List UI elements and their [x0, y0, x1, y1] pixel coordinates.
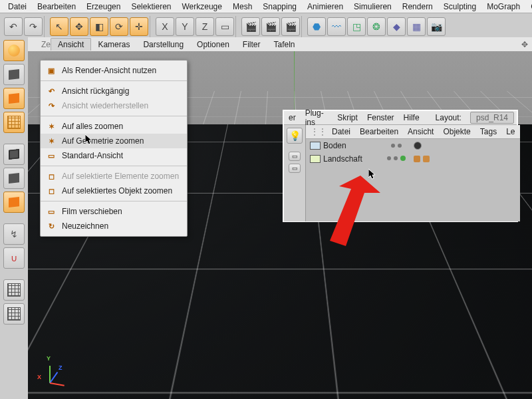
object-tags[interactable]: [410, 156, 520, 162]
object-tree[interactable]: BodenLandschaft: [306, 139, 520, 221]
grip-icon[interactable]: ⋮⋮: [306, 126, 327, 137]
select-tool-button[interactable]: ↖: [50, 17, 68, 36]
vp-menu-optionen[interactable]: Optionen: [190, 39, 236, 51]
panel-small-icon-2[interactable]: ▭: [289, 164, 301, 173]
menu-werkzeuge[interactable]: Werkzeuge: [176, 1, 227, 12]
redo-button[interactable]: ↷: [24, 17, 43, 36]
dd-item-selel: ◻Auf selektierte Elemente zoomen: [41, 169, 187, 184]
panel-small-icon-1[interactable]: ▭: [289, 152, 301, 161]
add-deformer-button[interactable]: ◆: [387, 17, 406, 36]
vp-menu-darstellung[interactable]: Darstellung: [136, 39, 190, 51]
menu-rendern[interactable]: Rendern: [397, 1, 438, 12]
dd-item-selobj[interactable]: ◻Auf selektiertes Objekt zoomen: [41, 184, 187, 198]
add-primitive-button[interactable]: ⬣: [307, 17, 326, 36]
phong-tag-icon[interactable]: [414, 156, 420, 162]
magnet-icon: ∪: [11, 253, 17, 263]
dd-item-label: Auf selektierte Elemente zoomen: [62, 172, 179, 181]
workplane-button[interactable]: [3, 112, 25, 133]
menu-bearbeiten[interactable]: Bearbeiten: [32, 1, 81, 12]
add-generator-button[interactable]: ◳: [347, 17, 366, 36]
menu-simulieren[interactable]: Simulieren: [348, 1, 397, 12]
om-menu-ansicht[interactable]: Ansicht: [403, 126, 438, 137]
render-settings-button[interactable]: 🎬: [281, 17, 300, 36]
dd-item-std[interactable]: ▭Standard-Ansicht: [41, 148, 187, 163]
om-menu-datei[interactable]: Datei: [327, 126, 355, 137]
panel-menu-skript[interactable]: Skript: [332, 112, 362, 123]
viewport-nav-icon[interactable]: ✥: [517, 40, 532, 49]
om-menu-bearbeiten[interactable]: Bearbeiten: [355, 126, 403, 137]
vp-menu-tafeln[interactable]: Tafeln: [267, 39, 301, 51]
object-tags[interactable]: [410, 142, 520, 150]
menu-snapping[interactable]: Snapping: [257, 1, 302, 12]
panel-menu-fenster[interactable]: Fenster: [362, 112, 399, 123]
selobj-icon: ◻: [46, 186, 57, 196]
cube-icon: [9, 93, 19, 104]
dd-item-all[interactable]: ✶Auf alles zoomen: [41, 119, 187, 134]
lock-y-button[interactable]: Y: [176, 17, 194, 36]
panel-menu-hilfe[interactable]: Hilfe: [399, 112, 424, 123]
object-manager-panel[interactable]: er Plug-ins Skript Fenster Hilfe Layout:…: [283, 110, 518, 222]
gizmo-y-label: Y: [47, 355, 51, 362]
menu-selektieren[interactable]: Selektieren: [126, 1, 176, 12]
rotate-tool-button[interactable]: ⟳: [110, 17, 128, 36]
om-menu-objekte[interactable]: Objekte: [438, 126, 475, 137]
visibility-dots[interactable]: [383, 144, 410, 148]
layout-selector[interactable]: psd_R14: [470, 112, 514, 124]
axis-button[interactable]: ↯: [3, 223, 25, 245]
poly-mode-button[interactable]: [3, 192, 25, 213]
add-spline-button[interactable]: 〰: [327, 17, 346, 36]
floor-icon: [310, 142, 321, 150]
undo-button[interactable]: ↶: [4, 17, 23, 36]
edge-mode-button[interactable]: [3, 168, 25, 189]
add-environment-button[interactable]: ▦: [407, 17, 426, 36]
dd-item-label: Neuzeichnen: [62, 221, 108, 231]
coord-system-button[interactable]: ▭: [215, 17, 234, 36]
light-icon[interactable]: 💡: [287, 128, 303, 144]
menu-sculpting[interactable]: Sculpting: [438, 1, 481, 12]
workplane-xy-button[interactable]: [3, 279, 25, 301]
workplane-xz-button[interactable]: [3, 303, 25, 325]
dd-item-label: Film verschieben: [62, 207, 122, 216]
dd-item-geo[interactable]: ✶Auf Geometrie zoomen: [41, 134, 187, 148]
lock-x-button[interactable]: X: [156, 17, 174, 36]
point-mode-button[interactable]: [3, 144, 25, 165]
om-menu-trunc[interactable]: Le: [501, 126, 519, 137]
dd-item-film[interactable]: ▭Film verschieben: [41, 204, 187, 219]
dd-item-redraw[interactable]: ↻Neuzeichnen: [41, 219, 187, 233]
lock-z-button[interactable]: Z: [196, 17, 214, 36]
dd-item-undo[interactable]: ↶Ansicht rückgängig: [41, 84, 187, 98]
scale-tool-button[interactable]: ◧: [90, 17, 108, 36]
phong-tag-icon[interactable]: [423, 156, 430, 162]
object-mode-button[interactable]: [3, 64, 25, 85]
vp-menu-ansicht[interactable]: Ansicht: [51, 38, 91, 51]
add-camera-button[interactable]: 📷: [427, 17, 446, 36]
menu-erzeugen[interactable]: Erzeugen: [81, 1, 126, 12]
transform-tool-button[interactable]: ✛: [130, 17, 148, 36]
object-name: Boden: [323, 141, 346, 150]
menu-animieren[interactable]: Animieren: [302, 1, 348, 12]
snap-button[interactable]: ∪: [3, 247, 25, 269]
panel-menu-trunc[interactable]: er: [284, 112, 301, 123]
menu-mograph[interactable]: MoGraph: [481, 1, 525, 12]
dd-item-render[interactable]: ▣Als Render-Ansicht nutzen: [41, 63, 187, 78]
model-mode-button[interactable]: [3, 40, 25, 61]
tree-row-boden[interactable]: Boden: [306, 139, 520, 152]
tree-row-landschaft[interactable]: Landschaft: [306, 152, 520, 166]
redo-icon: ↷: [46, 100, 57, 111]
visibility-dots[interactable]: [383, 156, 410, 162]
panel-left-strip: 💡 ▭ ▭: [284, 125, 306, 221]
vp-menu-filter[interactable]: Filter: [236, 39, 267, 51]
texture-mode-button[interactable]: [3, 88, 25, 109]
material-tag-icon[interactable]: [414, 142, 422, 150]
grid-icon: [7, 116, 21, 129]
render-region-button[interactable]: 🎬: [261, 17, 280, 36]
vp-menu-kameras[interactable]: Kameras: [91, 39, 136, 51]
move-tool-button[interactable]: ✥: [70, 17, 88, 36]
menu-mesh[interactable]: Mesh: [227, 1, 257, 12]
menu-datei[interactable]: Datei: [3, 1, 32, 12]
add-nurbs-button[interactable]: ❂: [367, 17, 386, 36]
menu-charak[interactable]: Charak: [525, 1, 532, 12]
cube-face-icon: [9, 197, 19, 207]
render-view-button[interactable]: 🎬: [241, 17, 260, 36]
om-menu-tags[interactable]: Tags: [475, 126, 501, 137]
